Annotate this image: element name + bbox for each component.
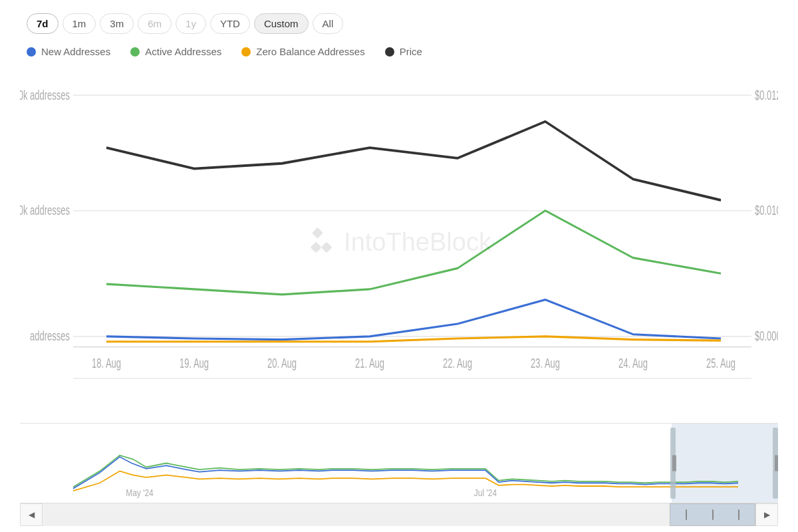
time-btn-7d[interactable]: 7d xyxy=(27,13,59,34)
time-range-bar: 7d 1m 3m 6m 1y YTD Custom All xyxy=(20,13,778,34)
app-container: 7d 1m 3m 6m 1y YTD Custom All New Addres… xyxy=(0,0,798,532)
navigator-area: May '24 Jul '24 xyxy=(20,423,778,503)
svg-text:$0.012000: $0.012000 xyxy=(755,86,778,102)
time-btn-ytd[interactable]: YTD xyxy=(210,13,250,34)
svg-text:22. Aug: 22. Aug xyxy=(443,355,472,371)
legend-label-price: Price xyxy=(400,46,422,57)
time-btn-6m: 6m xyxy=(138,13,172,34)
legend-label-active-addresses: Active Addresses xyxy=(145,46,221,57)
navigator-svg: May '24 Jul '24 xyxy=(20,424,778,503)
time-btn-3m[interactable]: 3m xyxy=(100,13,134,34)
legend-new-addresses[interactable]: New Addresses xyxy=(27,46,110,57)
svg-text:20. Aug: 20. Aug xyxy=(267,355,297,371)
svg-text:May '24: May '24 xyxy=(126,487,154,498)
scroll-track[interactable] xyxy=(43,503,755,526)
svg-text:$0.000000: $0.000000 xyxy=(755,328,778,344)
svg-text:21. Aug: 21. Aug xyxy=(355,355,384,371)
legend-label-zero-balance: Zero Balance Addresses xyxy=(256,46,364,57)
scroll-handle-right xyxy=(738,509,739,520)
legend-price[interactable]: Price xyxy=(385,46,422,57)
legend-zero-balance[interactable]: Zero Balance Addresses xyxy=(241,46,364,57)
scroll-handle-mid xyxy=(712,509,714,520)
svg-text:18. Aug: 18. Aug xyxy=(92,355,121,371)
time-btn-all[interactable]: All xyxy=(313,13,344,34)
svg-text:23. Aug: 23. Aug xyxy=(531,355,560,371)
legend-active-addresses[interactable]: Active Addresses xyxy=(130,46,221,57)
main-chart-area: IntoTheBlock 160k addresses 80k addresse… xyxy=(20,64,778,420)
scroll-handle-left xyxy=(686,509,687,520)
svg-text:160k addresses: 160k addresses xyxy=(20,86,70,102)
legend-dot-price xyxy=(385,47,394,57)
svg-rect-23 xyxy=(672,424,778,503)
legend-dot-active-addresses xyxy=(130,47,140,57)
svg-text:24. Aug: 24. Aug xyxy=(618,355,648,371)
time-btn-1m[interactable]: 1m xyxy=(63,13,96,34)
chart-legend: New Addresses Active Addresses Zero Bala… xyxy=(20,46,778,57)
scroll-thumb[interactable] xyxy=(670,503,755,526)
scroll-right-btn[interactable]: ▶ xyxy=(755,503,778,526)
svg-text:19. Aug: 19. Aug xyxy=(180,355,209,371)
scrollbar[interactable]: ◀ ▶ xyxy=(20,503,778,525)
time-btn-1y: 1y xyxy=(176,13,206,34)
svg-text:80k addresses: 80k addresses xyxy=(20,202,70,218)
main-chart-svg: 160k addresses 80k addresses addresses $… xyxy=(20,64,778,420)
legend-label-new-addresses: New Addresses xyxy=(41,46,110,57)
svg-text:$0.010000: $0.010000 xyxy=(755,202,778,218)
svg-text:25. Aug: 25. Aug xyxy=(706,355,735,371)
svg-text:addresses: addresses xyxy=(30,328,70,344)
legend-dot-zero-balance xyxy=(241,47,251,57)
legend-dot-new-addresses xyxy=(27,47,36,57)
scroll-left-btn[interactable]: ◀ xyxy=(20,503,43,526)
time-btn-custom[interactable]: Custom xyxy=(254,13,309,34)
svg-text:Jul '24: Jul '24 xyxy=(474,487,497,498)
